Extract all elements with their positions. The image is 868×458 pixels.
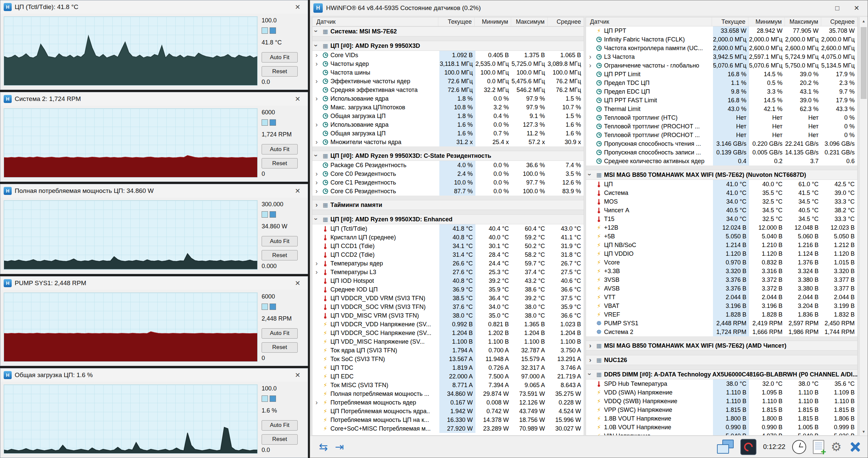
section-header-row[interactable]: ›▦MSI MAG B850 TOMAHAWK MAX WIFI (MS-7E6… bbox=[586, 170, 857, 180]
row-chevron-icon[interactable]: › bbox=[312, 260, 321, 267]
sensor-row[interactable]: Thermal Limit43.0 %42.1 %62.3 %43.3 % bbox=[586, 105, 857, 113]
reset-button[interactable]: Reset bbox=[261, 342, 298, 353]
sensor-row[interactable]: T1534.0 °C32.5 °C34.5 °C33.3 °C bbox=[586, 214, 857, 223]
color-swatch[interactable] bbox=[270, 211, 276, 218]
reset-button[interactable]: Reset bbox=[261, 434, 298, 445]
sensor-row[interactable]: ›Температуры ядер26.6 °C24.4 °C59.7 °C26… bbox=[312, 259, 584, 268]
sensor-row[interactable]: ⚡Core+SoC+MISC Потребляемая м...27.920 W… bbox=[312, 424, 584, 433]
column-header-min[interactable]: Минимум bbox=[474, 18, 511, 26]
sensor-row[interactable]: ⚡VIN Напряжение5.040 В4.970 В5.040 В5.03… bbox=[586, 432, 857, 435]
graph-plot[interactable] bbox=[4, 384, 257, 454]
sensor-row[interactable]: ⚡VDD (SWA) Напряжение1.110 В1.095 В1.110… bbox=[586, 388, 857, 397]
sensor-row[interactable]: Система41.0 °C35.5 °C41.5 °C39.0 °C bbox=[586, 189, 857, 197]
sensor-row[interactable]: ⚡ЦП PPT33.658 W28.942 W77.905 W35.708 W bbox=[586, 26, 857, 35]
row-chevron-icon[interactable]: › bbox=[312, 188, 321, 195]
sensor-row[interactable]: Макс. загрузка ЦП/потоков10.8 %3.2 %97.9… bbox=[312, 103, 584, 112]
column-header-current[interactable]: Текущее bbox=[712, 18, 748, 26]
sensor-row[interactable]: Чипсет A40.5 °C34.5 °C40.5 °C38.2 °C bbox=[586, 206, 857, 214]
close-button[interactable]: ✕ bbox=[847, 1, 866, 16]
section-header-row[interactable]: ›▦MSI MAG B850 TOMAHAWK MAX WIFI (MS-7E6… bbox=[586, 341, 857, 351]
color-swatch[interactable] bbox=[261, 396, 268, 402]
remote-monitoring-icon[interactable] bbox=[717, 439, 734, 454]
sensor-row[interactable]: ›Core C6 Резидентность87.7 %0.0 %100.0 %… bbox=[312, 187, 584, 196]
sensor-row[interactable]: ☸PUMP SYS12,448 RPM2,419 RPM2,597 RPM2,4… bbox=[586, 319, 857, 327]
sensor-row[interactable]: ⚡VTT2.044 В2.044 В2.044 В2.044 В bbox=[586, 293, 857, 302]
sensor-row[interactable]: Среднее количество активных ядер0.40.23.… bbox=[586, 157, 857, 166]
sensor-row[interactable]: ⚡Ток MISC (SVI3 TFN)8.771 A7.394 A9.065 … bbox=[312, 381, 584, 390]
sensor-row[interactable]: SPD Hub Температура38.0 °C32.0 °C38.0 °C… bbox=[586, 379, 857, 388]
column-header-sensor[interactable]: Датчик bbox=[312, 18, 438, 26]
sensor-row[interactable]: ⚡ЦП VDDCR_SOC Напряжение (SV...1.204 В1.… bbox=[312, 328, 584, 337]
sensor-row[interactable]: Пропускная способность чтения ...3.146 G… bbox=[586, 139, 857, 148]
section-header-row[interactable]: ›▦ЦП [#0]: AMD Ryzen 9 9950X3D bbox=[312, 41, 584, 51]
sensor-row[interactable]: ЦП (Tctl/Tdie)41.8 °C40.4 °C60.4 °C43.0 … bbox=[312, 224, 584, 233]
section-header-row[interactable]: ›▦NUC126 bbox=[586, 355, 857, 365]
sensor-row[interactable]: Package C6 Резидентность4.0 %0.0 %36.6 %… bbox=[312, 161, 584, 170]
section-chevron-icon[interactable]: › bbox=[586, 371, 594, 378]
sensor-row[interactable]: Предел TDC ЦП1.1 %0.5 %20.2 %2.3 % bbox=[586, 79, 857, 87]
column-header-avg[interactable]: Среднее bbox=[547, 18, 584, 26]
sensor-row[interactable]: ЦП41.0 °C40.0 °C61.0 °C42.5 °C bbox=[586, 180, 857, 189]
sensor-row[interactable]: Тепловой троттлинг (PROCHOT ...НетНетНет… bbox=[586, 131, 857, 139]
sensor-row[interactable]: Общая загрузка ЦП1.6 %0.7 %11.2 %1.6 % bbox=[312, 129, 584, 138]
row-chevron-icon[interactable]: › bbox=[312, 170, 321, 177]
close-icon[interactable]: ✕ bbox=[291, 3, 304, 11]
auto-fit-button[interactable]: Auto Fit bbox=[261, 328, 298, 339]
sensor-row[interactable]: MOS34.0 °C32.5 °C34.5 °C33.3 °C bbox=[586, 197, 857, 206]
row-chevron-icon[interactable]: › bbox=[586, 53, 594, 60]
row-chevron-icon[interactable]: › bbox=[312, 179, 321, 186]
auto-fit-button[interactable]: Auto Fit bbox=[261, 420, 298, 431]
report-icon[interactable]: + bbox=[813, 440, 824, 454]
row-chevron-icon[interactable]: › bbox=[312, 52, 321, 59]
close-sensors-icon[interactable] bbox=[848, 440, 862, 454]
sensor-row[interactable]: ЦП CCD2 (Tdie)31.4 °C28.4 °C58.2 °C31.8 … bbox=[312, 250, 584, 259]
section-chevron-icon[interactable]: › bbox=[586, 171, 594, 178]
column-header-max[interactable]: Максимум bbox=[784, 18, 821, 26]
column-header-sensor[interactable]: Датчик bbox=[586, 18, 712, 26]
sensor-row[interactable]: ⚡Ток ядра ЦП (SVI3 TFN)1.794 A0.700 A32.… bbox=[312, 346, 584, 355]
sensor-row[interactable]: ›Core C1 Резидентность10.0 %0.0 %97.7 %1… bbox=[312, 178, 584, 187]
sensor-row[interactable]: ⚡VBAT3.196 В3.196 В3.204 В3.199 В bbox=[586, 302, 857, 310]
row-chevron-icon[interactable]: › bbox=[312, 268, 321, 276]
reset-button[interactable]: Reset bbox=[261, 158, 298, 169]
sensor-row[interactable]: ЦП VDD_MISC VRM (SVI3 TFN)38.0 °C35.0 °C… bbox=[312, 311, 584, 320]
graph-plot[interactable] bbox=[4, 108, 257, 177]
row-chevron-icon[interactable]: › bbox=[586, 62, 594, 69]
sensor-row[interactable]: ⚡AVSB3.376 В3.372 В3.380 В3.377 В bbox=[586, 284, 857, 293]
send-to-tray-icon[interactable]: ⇥ bbox=[332, 439, 347, 454]
sensor-row[interactable]: ›Core C0 Резидентность2.4 %0.0 %100.0 %3… bbox=[312, 170, 584, 178]
section-chevron-icon[interactable]: › bbox=[312, 28, 321, 35]
settings-gear-icon[interactable]: ⚙ bbox=[831, 441, 842, 453]
color-swatch[interactable] bbox=[261, 304, 268, 310]
sensor-row[interactable]: ⚡Полная потребляемая мощность ...34.860 … bbox=[312, 390, 584, 398]
hwinfo-tray-icon[interactable] bbox=[740, 439, 756, 455]
column-header-avg[interactable]: Среднее bbox=[821, 18, 857, 26]
scroll-down-icon[interactable]: ▼ bbox=[860, 428, 868, 436]
section-header-row[interactable]: ›▦ЦП [#0]: AMD Ryzen 9 9950X3D: C-State … bbox=[312, 151, 584, 161]
sensor-row[interactable]: ›Множители частоты ядра31.2 x25.4 x57.2 … bbox=[312, 138, 584, 146]
sensor-row[interactable]: Частота шины100.0 МГц100.0 МГц100.0 МГц1… bbox=[312, 68, 584, 77]
sensor-row[interactable]: Среднее IOD ЦП36.9 °C35.9 °C38.6 °C36.6 … bbox=[312, 285, 584, 294]
sensor-row[interactable]: ›Температуры L327.6 °C25.3 °C37.4 °C27.5… bbox=[312, 268, 584, 277]
section-chevron-icon[interactable]: › bbox=[312, 152, 321, 160]
sensor-row[interactable]: Кристалл ЦП (среднее)40.8 °C40.0 °C59.2 … bbox=[312, 233, 584, 242]
color-swatch[interactable] bbox=[270, 304, 276, 310]
sensor-row[interactable]: ЦП VDDCR_SOC VRM (SVI3 TFN)37.6 °C34.0 °… bbox=[312, 303, 584, 311]
scroll-up-icon[interactable]: ▲ bbox=[860, 17, 868, 25]
sensor-row[interactable]: ⚡ЦП EDC22.000 A7.500 A97.000 A21.719 A bbox=[312, 372, 584, 381]
sensor-row[interactable]: Общая загрузка ЦП1.8 %0.4 %9.1 %1.5 % bbox=[312, 112, 584, 120]
section-chevron-icon[interactable]: › bbox=[586, 356, 594, 364]
sensor-row[interactable]: Средняя эффективная частота72.6 МГц32.2 … bbox=[312, 86, 584, 94]
sensor-row[interactable]: ⚡ЦП Потребляемая мощность ядра..1.942 W0… bbox=[312, 407, 584, 416]
sensor-row[interactable]: Тепловой троттлинг (PROCHOT ...НетНетНет… bbox=[586, 122, 857, 131]
section-header-row[interactable]: ›▦DDR5 DIMM [#0]: A-DATA Technology AX5U… bbox=[586, 369, 857, 379]
sensor-row[interactable]: ›L3 Частота3,942.5 МГц2,597.1 МГц5,724.9… bbox=[586, 53, 857, 61]
row-chevron-icon[interactable]: › bbox=[312, 399, 321, 406]
section-chevron-icon[interactable]: › bbox=[312, 216, 321, 223]
sensor-row[interactable]: ЦП PPT Limit16.8 %14.5 %39.0 %17.9 % bbox=[586, 70, 857, 79]
close-icon[interactable]: ✕ bbox=[291, 95, 304, 103]
auto-fit-button[interactable]: Auto Fit bbox=[261, 52, 298, 62]
swap-windows-icon[interactable]: ⇆ bbox=[315, 439, 332, 454]
column-header-max[interactable]: Максимум bbox=[511, 18, 547, 26]
color-swatch[interactable] bbox=[261, 119, 268, 126]
